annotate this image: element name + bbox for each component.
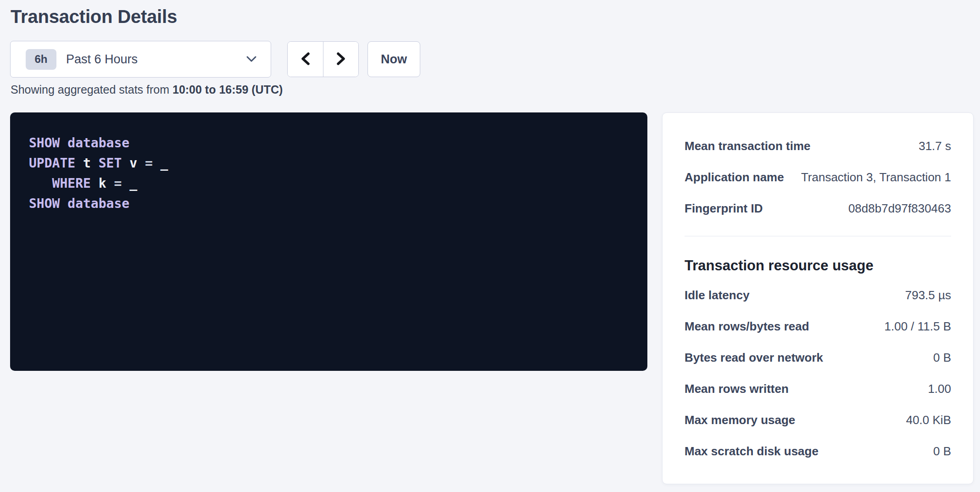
- stat-value: 40.0 KiB: [906, 413, 951, 427]
- sql-line: UPDATE t SET v = _: [29, 153, 629, 173]
- stat-row: Application nameTransaction 3, Transacti…: [685, 170, 951, 184]
- stat-value: 31.7 s: [919, 139, 951, 153]
- stat-row: Idle latency793.5 µs: [685, 288, 951, 302]
- stat-label: Fingerprint ID: [685, 201, 763, 216]
- sql-line: SHOW database: [29, 133, 629, 153]
- stat-row: Mean transaction time31.7 s: [685, 139, 951, 153]
- resource-usage-heading: Transaction resource usage: [685, 257, 951, 274]
- time-range-label: Past 6 Hours: [66, 52, 246, 67]
- sql-statement: SHOW databaseUPDATE t SET v = _ WHERE k …: [29, 133, 629, 214]
- sql-line: WHERE k = _: [29, 173, 629, 194]
- stat-row: Max scratch disk usage0 B: [685, 444, 951, 458]
- card-divider: [685, 236, 951, 236]
- now-button[interactable]: Now: [368, 41, 420, 77]
- stat-row: Bytes read over network0 B: [685, 350, 951, 365]
- chevron-down-icon: [246, 56, 257, 63]
- previous-range-button[interactable]: [288, 42, 323, 77]
- stat-row: Fingerprint ID08d8b7d97f830463: [685, 201, 951, 216]
- stat-row: Mean rows/bytes read1.00 / 11.5 B: [685, 319, 951, 334]
- stat-value: 08d8b7d97f830463: [848, 201, 951, 216]
- chevron-left-icon: [300, 51, 312, 67]
- summary-top-rows: Mean transaction time31.7 sApplication n…: [685, 139, 951, 216]
- transaction-details-page: Transaction Details 6h Past 6 Hours: [0, 0, 980, 492]
- time-toolbar: 6h Past 6 Hours: [10, 41, 420, 78]
- chevron-right-icon: [335, 51, 347, 67]
- stat-label: Mean transaction time: [685, 139, 811, 153]
- time-range-picker[interactable]: 6h Past 6 Hours: [10, 41, 271, 78]
- stat-label: Mean rows/bytes read: [685, 319, 809, 334]
- stat-value: Transaction 3, Transaction 1: [801, 170, 951, 184]
- stat-label: Idle latency: [685, 288, 750, 302]
- time-range-arrows: [287, 41, 359, 77]
- stat-label: Max memory usage: [685, 413, 795, 427]
- sql-statement-box: SHOW databaseUPDATE t SET v = _ WHERE k …: [10, 112, 647, 371]
- stat-label: Bytes read over network: [685, 350, 823, 365]
- aggregation-note-range: 10:00 to 16:59 (UTC): [173, 83, 283, 96]
- aggregation-note-prefix: Showing aggregated stats from: [11, 83, 173, 96]
- stat-value: 0 B: [933, 444, 951, 458]
- stat-label: Max scratch disk usage: [685, 444, 819, 458]
- stat-label: Mean rows written: [685, 381, 789, 396]
- next-range-button[interactable]: [323, 42, 358, 77]
- transaction-summary-card: Mean transaction time31.7 sApplication n…: [662, 112, 974, 484]
- resource-usage-rows: Idle latency793.5 µsMean rows/bytes read…: [685, 288, 951, 458]
- stat-value: 1.00 / 11.5 B: [884, 319, 951, 334]
- sql-line: SHOW database: [29, 194, 629, 214]
- page-title: Transaction Details: [11, 6, 177, 28]
- stat-value: 1.00: [928, 381, 951, 396]
- stat-value: 0 B: [933, 350, 951, 365]
- time-range-badge: 6h: [26, 49, 56, 70]
- stat-label: Application name: [685, 170, 784, 184]
- aggregation-note: Showing aggregated stats from 10:00 to 1…: [11, 83, 283, 96]
- stat-value: 793.5 µs: [905, 288, 951, 302]
- stat-row: Mean rows written1.00: [685, 381, 951, 396]
- stat-row: Max memory usage40.0 KiB: [685, 413, 951, 427]
